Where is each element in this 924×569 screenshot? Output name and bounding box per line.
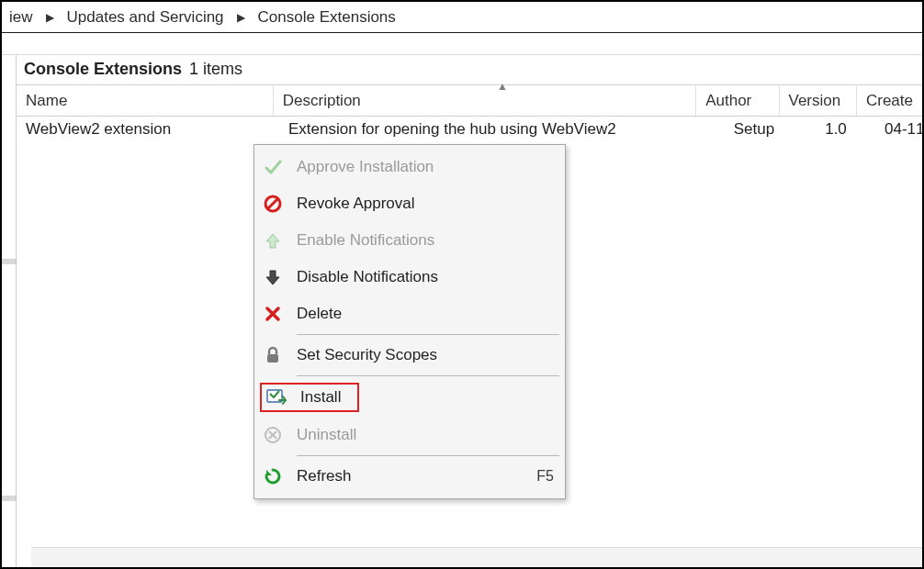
column-header-created[interactable]: Create <box>857 85 922 116</box>
menu-label: Refresh <box>297 467 524 485</box>
breadcrumb-item-overview[interactable]: iew <box>9 8 33 27</box>
breadcrumb-item-updates[interactable]: Updates and Servicing <box>67 8 224 27</box>
menu-separator <box>297 334 559 335</box>
menu-item-approve-installation: Approve Installation <box>256 149 563 185</box>
uninstall-x-icon <box>262 424 284 446</box>
menu-label: Delete <box>297 305 554 323</box>
chevron-right-icon: ▶ <box>237 11 245 24</box>
install-icon <box>265 386 287 408</box>
delete-x-icon <box>262 303 284 325</box>
horizontal-scrollbar[interactable] <box>31 547 922 567</box>
cell-author: Setup <box>712 120 796 139</box>
menu-item-uninstall: Uninstall <box>256 417 563 453</box>
menu-label: Revoke Approval <box>297 195 554 213</box>
chevron-right-icon: ▶ <box>46 11 54 24</box>
column-header-description[interactable]: Description <box>274 85 696 116</box>
menu-label: Install <box>300 388 341 407</box>
menu-separator <box>297 455 559 456</box>
sort-up-icon: ▲ <box>497 80 508 93</box>
arrow-down-icon <box>262 266 284 288</box>
rail-notch <box>2 496 17 501</box>
check-icon <box>262 156 284 178</box>
prohibited-icon <box>262 193 284 215</box>
svg-rect-2 <box>267 354 278 363</box>
column-header-author[interactable]: Author <box>696 85 779 116</box>
cell-description: Extension for opening the hub using WebV… <box>279 120 712 139</box>
menu-accelerator: F5 <box>536 468 554 485</box>
menu-label: Set Security Scopes <box>297 346 554 364</box>
grid-header: ▲ Name Description Author Version Create <box>17 84 922 117</box>
cell-version: 1.0 <box>796 120 875 139</box>
menu-item-refresh[interactable]: Refresh F5 <box>256 458 563 495</box>
column-header-version[interactable]: Version <box>780 85 857 116</box>
left-rail <box>2 55 17 567</box>
cell-name: WebView2 extension <box>17 120 279 139</box>
menu-label: Enable Notifications <box>297 231 554 250</box>
menu-item-delete[interactable]: Delete <box>256 296 563 332</box>
svg-line-1 <box>268 199 278 209</box>
rail-notch <box>2 259 17 264</box>
menu-label: Approve Installation <box>297 158 554 176</box>
menu-item-revoke-approval[interactable]: Revoke Approval <box>256 185 563 222</box>
menu-separator <box>297 375 559 376</box>
menu-label: Uninstall <box>297 426 554 444</box>
arrow-up-icon <box>262 229 284 251</box>
menu-item-set-security-scopes[interactable]: Set Security Scopes <box>256 337 563 374</box>
cell-created: 04-11 <box>875 120 922 139</box>
context-menu: Approve Installation Revoke Approval Ena… <box>254 144 566 499</box>
menu-label: Disable Notifications <box>297 268 554 286</box>
column-header-name[interactable]: Name <box>17 85 274 116</box>
table-row[interactable]: WebView2 extension Extension for opening… <box>17 117 922 142</box>
ribbon-spacer <box>2 33 922 55</box>
list-title: Console Extensions 1 items <box>17 56 922 84</box>
breadcrumb: iew ▶ Updates and Servicing ▶ Console Ex… <box>2 2 922 33</box>
menu-item-enable-notifications: Enable Notifications <box>256 222 563 259</box>
refresh-icon <box>262 465 284 487</box>
menu-item-install[interactable]: Install <box>256 378 563 417</box>
breadcrumb-item-console-extensions[interactable]: Console Extensions <box>258 8 396 27</box>
list-count: 1 items <box>189 60 242 79</box>
menu-item-disable-notifications[interactable]: Disable Notifications <box>256 259 563 296</box>
lock-icon <box>262 344 284 366</box>
list-title-text: Console Extensions <box>24 60 182 79</box>
